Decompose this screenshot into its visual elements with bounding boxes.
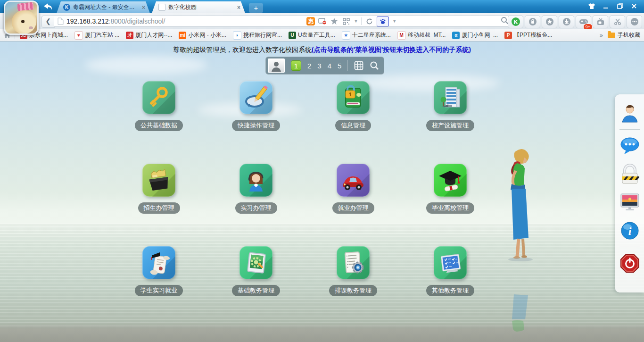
qr-dropdown-caret-icon[interactable]: ▼ bbox=[354, 19, 358, 24]
building-icon bbox=[434, 81, 467, 114]
title-bar: K 毒霸网址大全 - 最安全实... × 数字化校园 × + bbox=[0, 0, 644, 13]
app-employment-office[interactable]: 就业办管理 bbox=[305, 164, 402, 246]
close-button[interactable] bbox=[627, 1, 641, 11]
screen-gear-icon bbox=[239, 246, 272, 279]
notepad-gear-icon bbox=[337, 246, 370, 279]
url-text[interactable]: 192.168.3.212:8000/digitalschool/ bbox=[66, 17, 165, 25]
user-profile-icon[interactable] bbox=[619, 101, 641, 125]
bookmark-xiamen-bus[interactable]: ♥厦门汽车站 ... bbox=[74, 31, 119, 40]
tab-title: 数字化校园 bbox=[168, 3, 234, 11]
baidu-paw-icon[interactable] bbox=[377, 17, 389, 26]
avatar-bow bbox=[17, 2, 33, 11]
favorites-button[interactable] bbox=[542, 15, 557, 28]
page-4-button[interactable]: 4 bbox=[328, 62, 331, 70]
new-tab-button[interactable]: + bbox=[249, 3, 263, 13]
card-box-icon bbox=[142, 164, 175, 197]
addressbar-actions: 惠 ▼ ▼ bbox=[306, 17, 396, 26]
privacy-lock-button[interactable] bbox=[525, 15, 540, 28]
app-student-internship[interactable]: 学生实习就业 bbox=[110, 246, 207, 329]
duba-k-button[interactable]: K bbox=[508, 15, 523, 28]
user-avatar-photo[interactable] bbox=[4, 0, 39, 35]
admin-avatar-icon[interactable] bbox=[268, 58, 285, 73]
app-public-base-data[interactable]: 公共基础数据 bbox=[110, 81, 207, 164]
display-wallpaper-icon[interactable] bbox=[619, 190, 641, 215]
app-internship-office[interactable]: 实习办管理 bbox=[207, 164, 305, 246]
bookmark-ppt[interactable]: P【PPT模板免... bbox=[504, 31, 552, 39]
bookmark-mtk[interactable]: M移动叔叔_MT... bbox=[397, 31, 446, 40]
notebook-lock-icon bbox=[337, 81, 370, 114]
bookmark-xiaomi[interactable]: mi小米网 - 小米... bbox=[179, 31, 226, 39]
games-button[interactable]: 9+ bbox=[576, 15, 591, 28]
screenshot-scissors-button[interactable] bbox=[610, 15, 625, 28]
graduation-cap-icon bbox=[434, 164, 467, 197]
tab-digital-school[interactable]: 数字化校园 × bbox=[152, 1, 245, 13]
page-1-button[interactable]: 1 bbox=[291, 60, 301, 71]
browser-toolbar: ❮ 192.168.3.212:8000/digitalschool/ 惠 ▼ bbox=[0, 13, 644, 30]
mobile-favorites-folder[interactable]: 手机收藏 bbox=[608, 31, 640, 39]
svg-text:K: K bbox=[513, 19, 518, 25]
qr-code-icon[interactable] bbox=[342, 17, 350, 25]
digital-school-page: 尊敬的超级管理员，欢迎您进入数字化校园系统(点击导航条的'菜单视图'按钮来切换进… bbox=[0, 42, 644, 342]
messages-bubble-icon[interactable] bbox=[619, 133, 641, 158]
app-campus-facilities[interactable]: 校产设施管理 bbox=[402, 81, 499, 164]
video-tv-button[interactable] bbox=[593, 15, 608, 28]
support-agent-icon bbox=[239, 164, 272, 197]
bookmark-ctrip[interactable]: ◗携程旅行网官... bbox=[233, 31, 282, 40]
welcome-text: 尊敬的超级管理员，欢迎您进入数字化校园系统 bbox=[173, 46, 312, 53]
menu-view-hint-link[interactable]: (点击导航条的'菜单视图'按钮来切换进入不同的子系统) bbox=[312, 46, 471, 53]
bookmarks-bar: JD京东网上商城... ♥厦门汽车站 ... 才厦门人才网--... mi小米网… bbox=[0, 29, 644, 42]
app-grid: 公共基础数据 快捷操作管理 信息管理 校产设施管理 bbox=[110, 81, 499, 329]
tab-close-icon[interactable]: × bbox=[237, 4, 240, 11]
tab-close-icon[interactable]: × bbox=[142, 4, 145, 11]
nav-back-button[interactable]: ❮ bbox=[41, 16, 55, 28]
pager-search-icon[interactable] bbox=[370, 61, 379, 70]
skin-shirt-icon[interactable] bbox=[585, 1, 599, 11]
app-basic-academic-affairs[interactable]: 基础教务管理 bbox=[207, 246, 305, 329]
bookmarks-overflow-chevron[interactable]: » bbox=[600, 32, 603, 39]
browser-back-arrow-icon[interactable] bbox=[41, 1, 54, 12]
page-icon bbox=[57, 17, 64, 25]
tab-duba[interactable]: K 毒霸网址大全 - 最安全实... × bbox=[57, 1, 150, 13]
page-favicon bbox=[158, 4, 165, 11]
key-icon bbox=[142, 81, 175, 114]
coupon-hui-icon[interactable]: 惠 bbox=[306, 17, 315, 25]
app-scheduling-academic-affairs[interactable]: 排课教务管理 bbox=[305, 246, 402, 329]
minimize-button[interactable] bbox=[599, 1, 613, 11]
window-controls bbox=[585, 0, 641, 12]
subsystem-pager: 1 2 3 4 5 bbox=[265, 57, 384, 75]
info-icon[interactable]: i bbox=[619, 218, 641, 243]
adblock-icon[interactable] bbox=[318, 17, 327, 25]
app-admissions-office[interactable]: 招生办管理 bbox=[110, 164, 207, 246]
app-graduation-leave[interactable]: 毕业离校管理 bbox=[402, 164, 499, 246]
bookmark-zodiac[interactable]: ★十二星座系统... bbox=[342, 31, 391, 40]
app-other-academic-affairs[interactable]: 其他教务管理 bbox=[402, 246, 499, 329]
compass-pencil-icon bbox=[239, 81, 272, 114]
menu-view-grid-icon[interactable] bbox=[354, 61, 363, 70]
tab-title: 毒霸网址大全 - 最安全实... bbox=[73, 3, 139, 11]
app-quick-operations[interactable]: 快捷操作管理 bbox=[207, 81, 305, 164]
toolbar-buttons: K 9+ bbox=[508, 15, 642, 28]
browser-window: K 毒霸网址大全 - 最安全实... × 数字化校园 × + bbox=[0, 0, 644, 342]
lock-screen-icon[interactable] bbox=[619, 162, 641, 186]
page-5-button[interactable]: 5 bbox=[338, 62, 341, 70]
tab-strip: K 毒霸网址大全 - 最安全实... × 数字化校园 × + bbox=[57, 1, 263, 13]
favorite-star-icon[interactable] bbox=[330, 17, 339, 25]
app-information-management[interactable]: 信息管理 bbox=[305, 81, 402, 164]
restore-button[interactable] bbox=[613, 1, 627, 11]
search-engine-caret-icon[interactable]: ▼ bbox=[392, 19, 396, 24]
power-off-icon[interactable] bbox=[619, 251, 641, 275]
quick-sidebar: i bbox=[615, 94, 644, 292]
scroll-cap-icon bbox=[142, 246, 175, 279]
bookmark-xmfish[interactable]: α厦门小鱼网_... bbox=[452, 31, 498, 39]
page-3-button[interactable]: 3 bbox=[317, 62, 321, 70]
page-2-button[interactable]: 2 bbox=[307, 62, 311, 70]
duba-favicon: K bbox=[63, 4, 70, 11]
woman-background-figure bbox=[498, 147, 545, 341]
bookmark-usb-tool[interactable]: UU盘量产工具... bbox=[289, 31, 335, 39]
download-button[interactable] bbox=[559, 15, 574, 28]
bookmark-xiamen-hr[interactable]: 才厦门人才网--... bbox=[126, 31, 172, 39]
address-bar[interactable]: 192.168.3.212:8000/digitalschool/ 惠 ▼ bbox=[54, 16, 512, 27]
refresh-icon[interactable] bbox=[365, 17, 373, 25]
checklist-icon bbox=[434, 246, 467, 279]
more-menu-button[interactable] bbox=[627, 15, 642, 28]
